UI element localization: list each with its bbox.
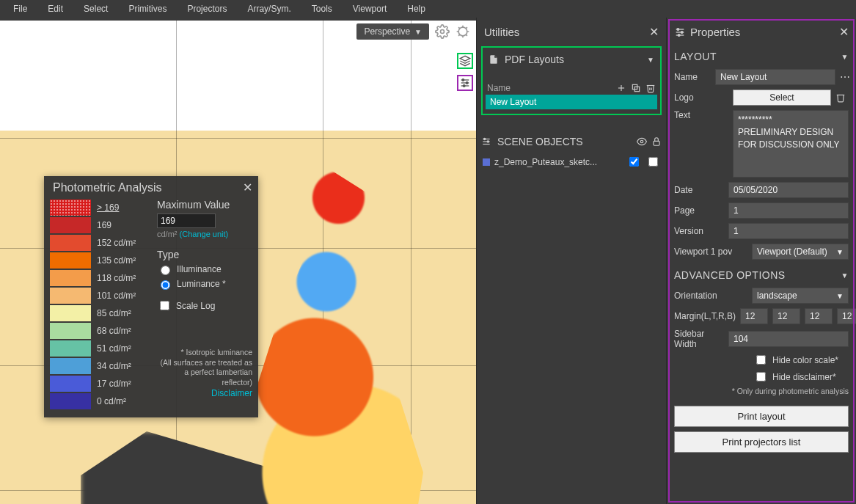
copy-icon[interactable] [631, 83, 641, 93]
menu-select[interactable]: Select [75, 1, 117, 17]
properties-title: Properties [690, 26, 740, 38]
scale-row: 169 [50, 216, 150, 234]
svg-point-1 [458, 27, 467, 36]
lock-icon[interactable] [651, 136, 662, 147]
scale-row: 85 cd/m² [50, 304, 150, 322]
scale-value-label: 118 cd/m² [97, 273, 136, 283]
layers-toggle[interactable] [457, 53, 473, 69]
layout-list-item[interactable]: New Layout [486, 95, 657, 109]
scale-value-label: > 169 [97, 202, 119, 213]
trash-icon[interactable] [645, 83, 656, 93]
lambertian-note: (All surfaces are treated as a perfect l… [157, 358, 252, 388]
layout-section-title: LAYOUT [674, 51, 717, 62]
illuminance-radio[interactable] [161, 266, 170, 275]
sidebar-width-label: Sidebar Width [674, 329, 724, 349]
scale-value-label: 0 cd/m² [97, 396, 126, 406]
max-value-input[interactable] [157, 213, 216, 228]
hide-disclaimer-checkbox[interactable] [756, 372, 766, 381]
max-value-label: Maximum Value [157, 199, 252, 211]
trash-icon[interactable] [835, 92, 849, 103]
menu-tools[interactable]: Tools [303, 1, 341, 17]
close-icon[interactable]: ✕ [839, 25, 849, 39]
scale-log-checkbox[interactable] [160, 301, 169, 310]
scene-objects-label: SCENE OBJECTS [497, 136, 583, 147]
color-swatch [50, 217, 91, 233]
chevron-down-icon: ▼ [836, 248, 844, 256]
view-mode-label: Perspective [364, 26, 410, 37]
color-swatch [50, 288, 91, 304]
object-visible-checkbox[interactable] [629, 157, 639, 167]
color-swatch [50, 323, 91, 339]
disclaimer-link[interactable]: Disclaimer [211, 388, 252, 398]
type-label: Type [157, 249, 252, 260]
menu-primitives[interactable]: Primitives [120, 1, 175, 17]
text-label: Text [674, 110, 728, 120]
chevron-down-icon: ▼ [836, 292, 844, 300]
unit-label: cd/m² [157, 230, 178, 238]
date-input[interactable] [728, 182, 849, 198]
scale-log-label: Scale Log [176, 301, 215, 311]
page-input[interactable] [728, 202, 849, 219]
menu-edit[interactable]: Edit [39, 1, 72, 17]
more-icon[interactable]: ⋯ [840, 71, 849, 83]
hide-color-scale-checkbox[interactable] [756, 355, 766, 365]
margin-t-input[interactable] [772, 308, 800, 324]
gear-outline-icon[interactable] [456, 24, 470, 39]
color-swatch [50, 340, 91, 357]
main-layout: Perspective ▼ Photometric Analysis ✕ > 1… [0, 18, 856, 504]
eye-icon[interactable] [637, 136, 647, 147]
print-layout-button[interactable]: Print layout [674, 406, 849, 427]
pdf-layouts-section: PDF Layouts ▼ Name New La [481, 46, 662, 115]
sliders-icon [481, 136, 491, 147]
print-projectors-button[interactable]: Print projectors list [674, 431, 849, 453]
scale-row: 118 cd/m² [50, 269, 150, 287]
scale-value-label: 152 cd/m² [97, 238, 136, 248]
svg-point-6 [462, 79, 464, 81]
name-input[interactable] [715, 69, 835, 85]
menu-arraysym[interactable]: Array/Sym. [238, 1, 299, 17]
logo-select-button[interactable]: Select [733, 90, 831, 106]
margin-b-input[interactable] [837, 308, 856, 324]
menu-projectors[interactable]: Projectors [178, 1, 235, 17]
hide-color-scale-label: Hide color scale* [772, 355, 838, 365]
sliders-icon [674, 26, 686, 38]
scale-value-label: 101 cd/m² [97, 291, 136, 301]
svg-point-16 [484, 138, 486, 139]
luminance-radio[interactable] [161, 280, 170, 290]
color-swatch [50, 235, 91, 251]
margin-r-input[interactable] [805, 308, 833, 324]
sidebar-width-input[interactable] [728, 331, 849, 347]
date-label: Date [674, 185, 724, 195]
close-icon[interactable]: ✕ [649, 25, 659, 39]
change-unit-link[interactable]: (Change unit) [180, 230, 229, 238]
menu-file[interactable]: File [4, 1, 36, 17]
menubar: FileEditSelectPrimitivesProjectorsArray/… [0, 0, 856, 18]
object-name: z_Demo_Puteaux_sketc... [494, 157, 622, 167]
menu-help[interactable]: Help [398, 1, 434, 17]
orientation-select[interactable]: landscape ▼ [752, 288, 849, 304]
scene-object-row[interactable]: z_Demo_Puteaux_sketc... [477, 152, 666, 172]
sliders-toggle[interactable] [457, 75, 473, 91]
gear-icon[interactable] [435, 24, 450, 39]
object-lock-checkbox[interactable] [648, 157, 658, 167]
utilities-title: Utilities [484, 26, 519, 38]
margin-l-input[interactable] [740, 308, 768, 324]
version-input[interactable] [728, 223, 849, 239]
scene-objects-header[interactable]: SCENE OBJECTS [477, 131, 666, 152]
scale-value-label: 85 cd/m² [97, 308, 131, 318]
svg-point-25 [678, 34, 680, 36]
viewport-pov-select[interactable]: Viewport (Default) ▼ [752, 244, 849, 260]
svg-point-23 [677, 28, 679, 30]
svg-marker-2 [460, 56, 469, 61]
version-label: Version [674, 226, 724, 236]
add-icon[interactable] [616, 83, 626, 93]
chevron-down-icon[interactable]: ▼ [841, 271, 849, 280]
viewport-pov-label: Viewport 1 pov [674, 246, 747, 257]
svg-point-24 [681, 31, 683, 33]
chevron-down-icon[interactable]: ▼ [647, 56, 654, 64]
close-icon[interactable]: ✕ [243, 180, 252, 194]
view-mode-dropdown[interactable]: Perspective ▼ [356, 23, 429, 40]
chevron-down-icon[interactable]: ▼ [841, 53, 849, 61]
text-textarea[interactable]: **********PRELIMINARY DESIGNFOR DISCUSSI… [733, 110, 849, 178]
menu-viewport[interactable]: Viewport [344, 1, 395, 17]
